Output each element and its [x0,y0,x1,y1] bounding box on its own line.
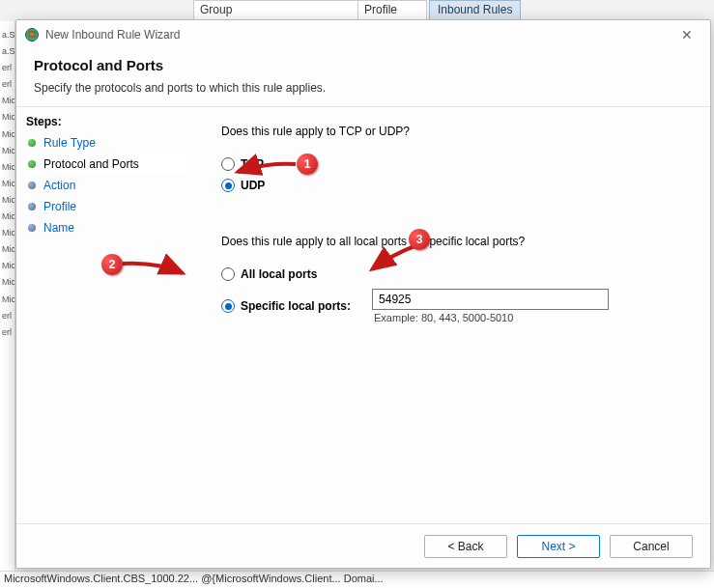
cancel-button[interactable]: Cancel [610,535,693,558]
bg-col-profile: Profile [357,0,427,21]
radio-specific-ports[interactable] [221,299,235,313]
bg-status-bar: MicrosoftWindows.Client.CBS_1000.22... @… [0,571,714,588]
radio-all-ports-label: All local ports [241,267,317,281]
steps-label: Steps: [22,113,192,132]
firewall-icon [24,27,40,42]
question-protocol: Does this rule apply to TCP or UDP? [221,125,687,138]
dialog-header: Protocol and Ports Specify the protocols… [16,49,710,107]
arrow-1 [233,160,300,182]
bg-tab-inbound: Inbound Rules [429,0,521,21]
bullet-icon [28,182,36,189]
arrow-2 [123,258,190,284]
step-label: Action [43,179,75,192]
back-button[interactable]: < Back [424,535,507,558]
callout-1: 1 [297,154,318,175]
steps-sidebar: Steps: Rule Type Protocol and Ports Acti… [16,107,192,523]
step-label: Profile [43,200,76,213]
radio-all-ports-row[interactable]: All local ports [221,264,687,285]
port-input[interactable] [372,289,609,310]
step-protocol-ports[interactable]: Protocol and Ports [22,154,192,175]
question-ports: Does this rule apply to all local ports … [221,235,687,248]
callout-2: 2 [101,254,123,275]
step-action[interactable]: Action [22,175,192,196]
titlebar-text: New Inbound Rule Wizard [45,28,180,42]
dialog-footer: < Back Next > Cancel [16,523,710,568]
wizard-dialog: New Inbound Rule Wizard ✕ Protocol and P… [15,19,711,569]
step-label: Rule Type [43,136,96,150]
radio-specific-ports-label: Specific local ports: [241,299,351,313]
page-subtitle: Specify the protocols and ports to which… [34,81,693,95]
radio-all-ports[interactable] [221,267,235,281]
titlebar: New Inbound Rule Wizard ✕ [16,20,710,49]
bullet-icon [28,224,36,232]
port-example: Example: 80, 443, 5000-5010 [372,310,609,323]
bullet-icon [28,203,36,210]
step-rule-type[interactable]: Rule Type [22,132,192,154]
bg-col-group: Group [193,0,357,21]
page-title: Protocol and Ports [34,57,693,73]
bullet-icon [28,139,36,147]
step-profile[interactable]: Profile [22,196,192,217]
next-button[interactable]: Next > [517,535,600,558]
step-label: Name [43,221,74,235]
callout-3: 3 [409,229,430,250]
content-pane: Does this rule apply to TCP or UDP? TCP … [192,107,710,523]
bg-left-strip: a.Sia.SierlerlMicMicMicMicMicMicMicMicMi… [0,21,15,571]
close-icon: ✕ [681,27,693,42]
bullet-icon [28,160,36,168]
svg-rect-1 [29,32,35,37]
close-button[interactable]: ✕ [668,22,706,47]
radio-specific-ports-row[interactable]: Specific local ports: [221,299,351,313]
step-name[interactable]: Name [22,217,192,238]
step-label: Protocol and Ports [43,157,139,171]
